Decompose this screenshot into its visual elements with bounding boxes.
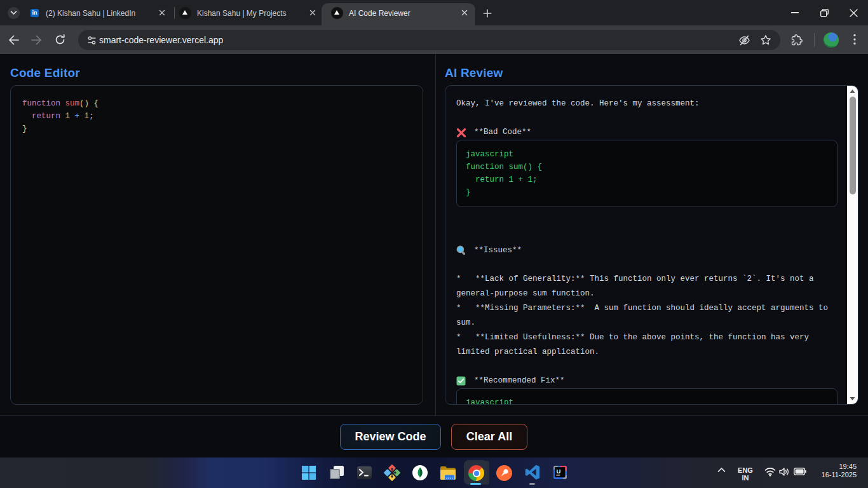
svg-text:U: U: [556, 468, 560, 475]
